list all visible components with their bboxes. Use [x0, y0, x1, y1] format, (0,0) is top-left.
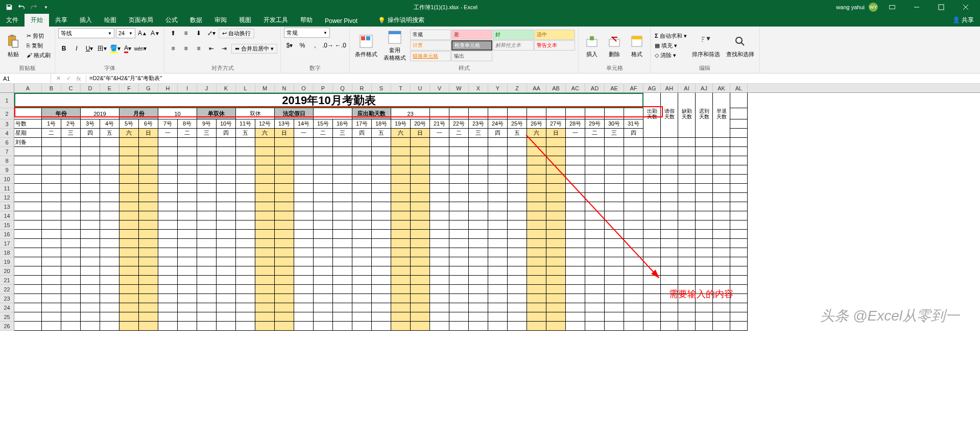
redo-icon[interactable] — [29, 2, 39, 12]
bold-button[interactable]: B — [58, 43, 69, 54]
svg-rect-5 — [12, 40, 18, 47]
border-button[interactable]: 田▾ — [97, 43, 108, 54]
undo-icon[interactable] — [16, 2, 27, 12]
align-right-button[interactable]: ≡ — [193, 43, 204, 54]
formula-bar-row: A1 ✕ ✓ fx =D2&"年"&H2&"月"&"考勤表" — [0, 74, 980, 84]
maximize-icon[interactable] — [931, 0, 951, 14]
tab-powerpivot[interactable]: Power Pivot — [319, 15, 364, 27]
style-good[interactable]: 好 — [493, 30, 534, 40]
clipboard-label: 剪贴板 — [3, 63, 52, 72]
align-bottom-button[interactable]: ⬇ — [193, 28, 204, 39]
font-color-button[interactable]: A▾ — [122, 43, 133, 54]
svg-rect-15 — [632, 36, 642, 39]
fill-button[interactable]: ▦填充▾ — [654, 41, 688, 50]
paste-button[interactable]: 粘贴 — [3, 32, 23, 59]
tab-formulas[interactable]: 公式 — [159, 14, 184, 27]
select-all-corner[interactable] — [0, 84, 14, 93]
indent-dec-button[interactable]: ⇤ — [206, 43, 217, 54]
clear-button[interactable]: ◇清除▾ — [654, 51, 688, 60]
document-title: 工作簿1(1)(1).xlsx - Excel — [55, 4, 836, 11]
svg-rect-10 — [389, 31, 401, 34]
table-format-button[interactable]: 套用 表格格式 — [381, 28, 408, 63]
save-icon[interactable] — [4, 2, 14, 12]
inc-decimal-button[interactable]: .0→ — [322, 40, 333, 51]
grow-font-button[interactable]: A▲ — [137, 28, 148, 39]
ribbon-options-icon[interactable] — [882, 0, 902, 14]
align-center-button[interactable]: ≡ — [180, 43, 192, 54]
tell-me[interactable]: 💡 操作说明搜索 — [374, 14, 428, 27]
qat-dropdown-icon[interactable]: ▼ — [41, 2, 51, 12]
group-number: 常规▼ $▾ % , .0→ ←.0 数字 — [281, 27, 350, 73]
name-box[interactable]: A1 — [0, 74, 51, 83]
painter-button[interactable]: 🖌格式刷 — [26, 51, 52, 60]
font-label: 字体 — [58, 63, 161, 72]
formula-bar[interactable]: =D2&"年"&H2&"月"&"考勤表" — [86, 75, 980, 82]
number-format-select[interactable]: 常规▼ — [284, 28, 330, 38]
orientation-button[interactable]: ⤢▾ — [206, 28, 217, 39]
share-button[interactable]: 👤 共享 — [946, 14, 980, 27]
close-icon[interactable] — [955, 0, 976, 14]
style-link[interactable]: 链接单元格 — [410, 51, 451, 61]
format-cells-button[interactable]: 格式 — [627, 32, 647, 59]
align-top-button[interactable]: ⬆ — [168, 28, 179, 39]
svg-rect-2 — [939, 5, 944, 10]
grid[interactable]: 2019年10月考勤表年份2019月份10单双休双休法定假日应出勤天数23出勤 … — [14, 93, 748, 331]
cut-button[interactable]: ✂剪切 — [26, 32, 52, 40]
cancel-formula-icon[interactable]: ✕ — [54, 75, 62, 83]
style-check[interactable]: 检查单元格 — [451, 40, 492, 51]
conditional-format-button[interactable]: 条件格式 — [353, 32, 379, 59]
avatar[interactable]: WY — [869, 3, 878, 12]
enter-formula-icon[interactable]: ✓ — [64, 75, 73, 83]
italic-button[interactable]: I — [71, 43, 82, 54]
tab-home[interactable]: 开始 — [25, 14, 49, 27]
svg-rect-13 — [609, 39, 619, 46]
tab-review[interactable]: 审阅 — [208, 14, 233, 27]
delete-cells-button[interactable]: 删除 — [604, 32, 625, 59]
style-normal[interactable]: 常规 — [410, 30, 451, 40]
row-headers[interactable]: 1234678910111213141516171819202122232425… — [0, 93, 14, 331]
insert-cells-button[interactable]: 插入 — [582, 32, 602, 59]
style-explain[interactable]: 解释性文本 — [493, 40, 534, 51]
wrap-text-button[interactable]: ↩自动换行 — [219, 29, 254, 38]
sort-filter-button[interactable]: 排序和筛选 — [690, 32, 722, 59]
tab-layout[interactable]: 页面布局 — [123, 14, 159, 27]
autosum-button[interactable]: Σ自动求和▾ — [654, 32, 688, 40]
merge-button[interactable]: ⬌合并后居中▾ — [231, 44, 277, 54]
shrink-font-button[interactable]: A▼ — [150, 28, 161, 39]
user-name: wang yahui — [836, 4, 865, 10]
tab-help[interactable]: 帮助 — [294, 14, 319, 27]
tab-dev[interactable]: 开发工具 — [257, 14, 294, 27]
group-editing: Σ自动求和▾ ▦填充▾ ◇清除▾ 排序和筛选 查找和选择 编辑 — [651, 27, 760, 73]
fill-color-button[interactable]: 🪣▾ — [109, 43, 121, 54]
phonetic-button[interactable]: wén▾ — [135, 43, 146, 54]
align-left-button[interactable]: ≡ — [168, 43, 179, 54]
tab-file[interactable]: 文件 — [0, 14, 25, 27]
font-name-select[interactable]: 等线▼ — [58, 28, 114, 38]
tab-insert[interactable]: 插入 — [74, 14, 98, 27]
number-label: 数字 — [284, 63, 346, 72]
tab-data[interactable]: 数据 — [184, 14, 208, 27]
currency-button[interactable]: $▾ — [284, 40, 295, 51]
find-select-button[interactable]: 查找和选择 — [724, 32, 756, 59]
underline-button[interactable]: U▾ — [84, 43, 95, 54]
style-bad[interactable]: 差 — [451, 30, 492, 40]
style-neutral[interactable]: 适中 — [534, 30, 575, 40]
style-output[interactable]: 输出 — [451, 51, 492, 61]
indent-inc-button[interactable]: ⇥ — [219, 43, 230, 54]
font-size-select[interactable]: 24▼ — [116, 28, 135, 38]
minimize-icon[interactable] — [906, 0, 927, 14]
style-warn[interactable]: 警告文本 — [534, 40, 575, 51]
style-calc[interactable]: 计算 — [410, 40, 451, 51]
tab-view[interactable]: 视图 — [233, 14, 257, 27]
percent-button[interactable]: % — [297, 40, 308, 51]
copy-button[interactable]: ⎘复制 — [26, 41, 52, 50]
lightbulb-icon: 💡 — [378, 17, 386, 24]
tab-share[interactable]: 共享 — [49, 14, 74, 27]
dec-decimal-button[interactable]: ←.0 — [335, 40, 346, 51]
align-middle-button[interactable]: ≡ — [180, 28, 192, 39]
comma-button[interactable]: , — [309, 40, 321, 51]
tab-draw[interactable]: 绘图 — [98, 14, 123, 27]
column-headers[interactable]: ABCDEFGHIJKLMNOPQRSTUVWXYZAAABACADAEAFAG… — [14, 84, 980, 93]
group-clipboard: 粘贴 ✂剪切 ⎘复制 🖌格式刷 剪贴板 — [0, 27, 55, 73]
fx-icon[interactable]: fx — [75, 75, 83, 83]
